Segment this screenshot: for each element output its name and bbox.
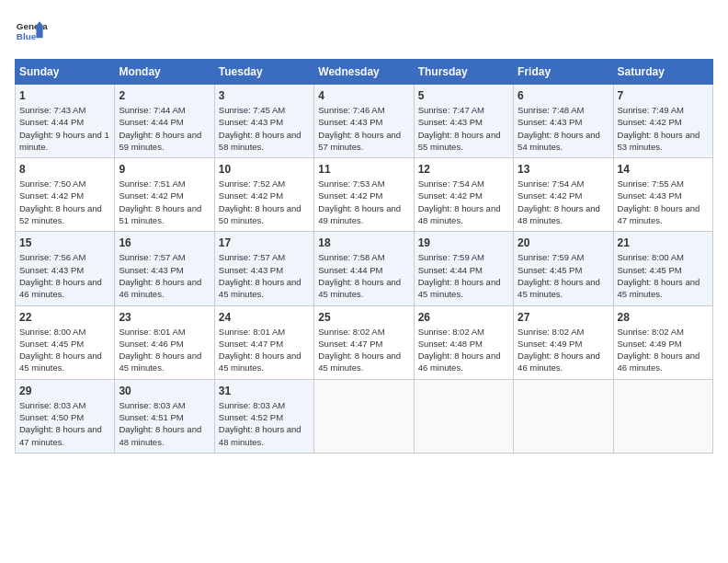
day-detail: Sunrise: 7:48 AM Sunset: 4:43 PM Dayligh… — [518, 104, 609, 153]
calendar-cell: 18 Sunrise: 7:58 AM Sunset: 4:44 PM Dayl… — [314, 232, 414, 305]
calendar-week-2: 15 Sunrise: 7:56 AM Sunset: 4:43 PM Dayl… — [16, 232, 713, 305]
calendar-cell: 10 Sunrise: 7:52 AM Sunset: 4:42 PM Dayl… — [214, 158, 313, 232]
page-header: General Blue — [15, 15, 713, 48]
day-detail: Sunrise: 7:46 AM Sunset: 4:43 PM Dayligh… — [318, 104, 409, 153]
day-number: 11 — [318, 163, 409, 176]
calendar-cell — [314, 379, 414, 453]
day-detail: Sunrise: 7:56 AM Sunset: 4:43 PM Dayligh… — [19, 251, 110, 300]
day-number: 7 — [618, 89, 709, 102]
day-detail: Sunrise: 7:47 AM Sunset: 4:43 PM Dayligh… — [418, 104, 509, 153]
calendar-cell: 13 Sunrise: 7:54 AM Sunset: 4:42 PM Dayl… — [514, 158, 613, 232]
day-number: 16 — [119, 236, 210, 249]
calendar-cell: 5 Sunrise: 7:47 AM Sunset: 4:43 PM Dayli… — [414, 85, 513, 158]
day-number: 15 — [19, 236, 110, 249]
calendar-table: SundayMondayTuesdayWednesdayThursdayFrid… — [15, 59, 713, 454]
day-detail: Sunrise: 7:54 AM Sunset: 4:42 PM Dayligh… — [418, 178, 509, 226]
day-detail: Sunrise: 8:01 AM Sunset: 4:46 PM Dayligh… — [119, 326, 210, 374]
day-detail: Sunrise: 7:49 AM Sunset: 4:42 PM Dayligh… — [618, 104, 709, 153]
day-detail: Sunrise: 7:52 AM Sunset: 4:42 PM Dayligh… — [219, 178, 310, 226]
day-detail: Sunrise: 8:02 AM Sunset: 4:48 PM Dayligh… — [418, 326, 509, 374]
day-number: 8 — [19, 163, 110, 176]
day-detail: Sunrise: 7:58 AM Sunset: 4:44 PM Dayligh… — [318, 251, 409, 300]
calendar-cell: 20 Sunrise: 7:59 AM Sunset: 4:45 PM Dayl… — [514, 232, 613, 305]
day-detail: Sunrise: 8:02 AM Sunset: 4:49 PM Dayligh… — [618, 326, 709, 374]
column-header-monday: Monday — [115, 60, 214, 85]
day-detail: Sunrise: 7:44 AM Sunset: 4:44 PM Dayligh… — [119, 104, 210, 153]
calendar-cell: 1 Sunrise: 7:43 AM Sunset: 4:44 PM Dayli… — [16, 85, 115, 158]
calendar-cell: 25 Sunrise: 8:02 AM Sunset: 4:47 PM Dayl… — [314, 305, 414, 379]
day-detail: Sunrise: 8:00 AM Sunset: 4:45 PM Dayligh… — [19, 326, 110, 374]
calendar-cell: 14 Sunrise: 7:55 AM Sunset: 4:43 PM Dayl… — [613, 158, 712, 232]
day-number: 9 — [119, 163, 210, 176]
day-detail: Sunrise: 7:57 AM Sunset: 4:43 PM Dayligh… — [119, 251, 210, 300]
day-number: 1 — [19, 89, 110, 102]
calendar-cell: 15 Sunrise: 7:56 AM Sunset: 4:43 PM Dayl… — [16, 232, 115, 305]
calendar-cell — [613, 379, 712, 453]
day-number: 28 — [618, 311, 709, 324]
day-number: 27 — [518, 311, 609, 324]
day-number: 29 — [19, 385, 110, 397]
calendar-week-4: 29 Sunrise: 8:03 AM Sunset: 4:50 PM Dayl… — [16, 379, 713, 453]
day-number: 10 — [219, 163, 310, 176]
day-number: 25 — [318, 311, 409, 324]
day-detail: Sunrise: 8:00 AM Sunset: 4:45 PM Dayligh… — [618, 251, 709, 300]
day-number: 23 — [119, 311, 210, 324]
day-detail: Sunrise: 7:50 AM Sunset: 4:42 PM Dayligh… — [19, 178, 110, 226]
calendar-week-3: 22 Sunrise: 8:00 AM Sunset: 4:45 PM Dayl… — [16, 305, 713, 379]
day-detail: Sunrise: 8:01 AM Sunset: 4:47 PM Dayligh… — [219, 326, 310, 374]
day-detail: Sunrise: 8:03 AM Sunset: 4:52 PM Dayligh… — [219, 399, 310, 448]
day-detail: Sunrise: 8:02 AM Sunset: 4:49 PM Dayligh… — [518, 326, 609, 374]
day-number: 2 — [119, 89, 210, 102]
day-detail: Sunrise: 8:02 AM Sunset: 4:47 PM Dayligh… — [318, 326, 409, 374]
calendar-cell: 23 Sunrise: 8:01 AM Sunset: 4:46 PM Dayl… — [115, 305, 214, 379]
calendar-cell: 22 Sunrise: 8:00 AM Sunset: 4:45 PM Dayl… — [16, 305, 115, 379]
day-detail: Sunrise: 7:55 AM Sunset: 4:43 PM Dayligh… — [618, 178, 709, 226]
day-number: 30 — [119, 385, 210, 397]
calendar-cell: 26 Sunrise: 8:02 AM Sunset: 4:48 PM Dayl… — [414, 305, 513, 379]
calendar-cell: 30 Sunrise: 8:03 AM Sunset: 4:51 PM Dayl… — [115, 379, 214, 453]
logo: General Blue — [15, 15, 48, 48]
column-header-thursday: Thursday — [414, 60, 513, 85]
calendar-cell: 31 Sunrise: 8:03 AM Sunset: 4:52 PM Dayl… — [214, 379, 313, 453]
calendar-cell: 27 Sunrise: 8:02 AM Sunset: 4:49 PM Dayl… — [514, 305, 613, 379]
day-number: 4 — [318, 89, 409, 102]
calendar-week-0: 1 Sunrise: 7:43 AM Sunset: 4:44 PM Dayli… — [16, 85, 713, 158]
day-number: 31 — [219, 385, 310, 397]
day-detail: Sunrise: 7:51 AM Sunset: 4:42 PM Dayligh… — [119, 178, 210, 226]
day-detail: Sunrise: 7:43 AM Sunset: 4:44 PM Dayligh… — [19, 104, 110, 153]
day-number: 6 — [518, 89, 609, 102]
day-number: 17 — [219, 236, 310, 249]
day-number: 26 — [418, 311, 509, 324]
day-detail: Sunrise: 7:53 AM Sunset: 4:42 PM Dayligh… — [318, 178, 409, 226]
column-header-wednesday: Wednesday — [314, 60, 414, 85]
calendar-week-1: 8 Sunrise: 7:50 AM Sunset: 4:42 PM Dayli… — [16, 158, 713, 232]
day-detail: Sunrise: 7:45 AM Sunset: 4:43 PM Dayligh… — [219, 104, 310, 153]
column-header-saturday: Saturday — [613, 60, 712, 85]
calendar-cell: 21 Sunrise: 8:00 AM Sunset: 4:45 PM Dayl… — [613, 232, 712, 305]
day-number: 3 — [219, 89, 310, 102]
calendar-cell: 29 Sunrise: 8:03 AM Sunset: 4:50 PM Dayl… — [16, 379, 115, 453]
column-header-tuesday: Tuesday — [214, 60, 313, 85]
column-header-sunday: Sunday — [16, 60, 115, 85]
calendar-cell: 8 Sunrise: 7:50 AM Sunset: 4:42 PM Dayli… — [16, 158, 115, 232]
calendar-cell: 19 Sunrise: 7:59 AM Sunset: 4:44 PM Dayl… — [414, 232, 513, 305]
day-detail: Sunrise: 7:59 AM Sunset: 4:44 PM Dayligh… — [418, 251, 509, 300]
calendar-cell — [414, 379, 513, 453]
column-header-friday: Friday — [514, 60, 613, 85]
day-detail: Sunrise: 8:03 AM Sunset: 4:51 PM Dayligh… — [119, 399, 210, 448]
calendar-cell: 4 Sunrise: 7:46 AM Sunset: 4:43 PM Dayli… — [314, 85, 414, 158]
day-detail: Sunrise: 8:03 AM Sunset: 4:50 PM Dayligh… — [19, 399, 110, 448]
calendar-cell: 17 Sunrise: 7:57 AM Sunset: 4:43 PM Dayl… — [214, 232, 313, 305]
calendar-cell: 2 Sunrise: 7:44 AM Sunset: 4:44 PM Dayli… — [115, 85, 214, 158]
calendar-cell: 16 Sunrise: 7:57 AM Sunset: 4:43 PM Dayl… — [115, 232, 214, 305]
day-number: 14 — [618, 163, 709, 176]
day-number: 18 — [318, 236, 409, 249]
calendar-cell: 7 Sunrise: 7:49 AM Sunset: 4:42 PM Dayli… — [613, 85, 712, 158]
day-detail: Sunrise: 7:57 AM Sunset: 4:43 PM Dayligh… — [219, 251, 310, 300]
calendar-cell: 9 Sunrise: 7:51 AM Sunset: 4:42 PM Dayli… — [115, 158, 214, 232]
calendar-cell: 28 Sunrise: 8:02 AM Sunset: 4:49 PM Dayl… — [613, 305, 712, 379]
logo-icon: General Blue — [15, 15, 48, 48]
calendar-cell: 11 Sunrise: 7:53 AM Sunset: 4:42 PM Dayl… — [314, 158, 414, 232]
calendar-cell: 24 Sunrise: 8:01 AM Sunset: 4:47 PM Dayl… — [214, 305, 313, 379]
calendar-cell: 12 Sunrise: 7:54 AM Sunset: 4:42 PM Dayl… — [414, 158, 513, 232]
